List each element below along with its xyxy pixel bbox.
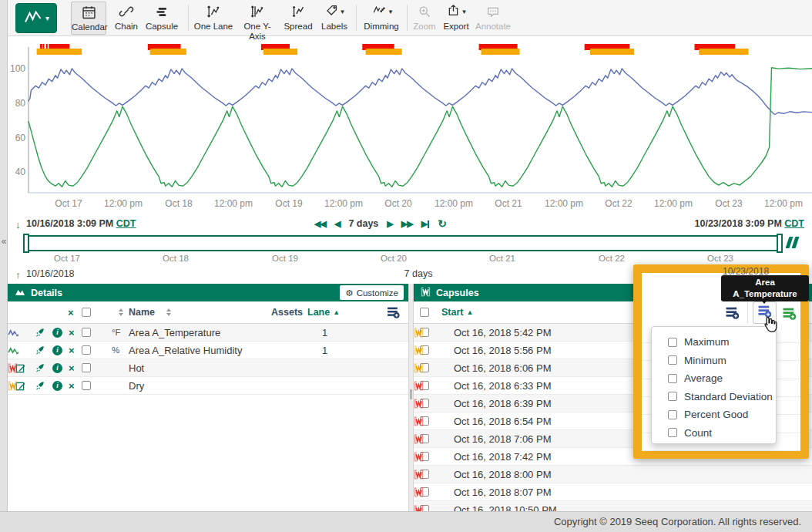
details-row[interactable]: i × % Area A_Relative Humidity 1 xyxy=(8,342,408,359)
item-checkbox[interactable] xyxy=(668,428,677,437)
splitter-grip xyxy=(410,389,412,399)
range-selector-tick-label: Oct 22 xyxy=(585,254,639,263)
gears-icon: ⚙ xyxy=(345,288,353,298)
display-range-end[interactable]: 10/23/2018 3:09 PM CDT xyxy=(632,218,804,229)
copyright-text: Copyright © 2019 Seeq Corporation. All r… xyxy=(554,516,801,527)
item-checkbox[interactable] xyxy=(668,392,677,401)
trend-view-selector-button[interactable]: ▾ xyxy=(15,3,57,33)
row-checkbox[interactable] xyxy=(82,324,91,341)
item-checkbox[interactable] xyxy=(668,410,677,419)
info-icon[interactable]: i xyxy=(52,324,62,341)
add-property-column-icon[interactable] xyxy=(782,307,797,323)
remove-icon[interactable]: × xyxy=(69,324,75,341)
asset-swap-rocket-icon[interactable] xyxy=(35,377,45,394)
remove-icon[interactable]: × xyxy=(69,359,75,376)
timezone-link[interactable]: CDT xyxy=(116,218,136,229)
annotate-bubble-icon xyxy=(475,2,512,22)
dropdown-item[interactable]: Average xyxy=(652,369,776,388)
step-forward-icon[interactable]: ▶ xyxy=(387,219,392,229)
remove-icon[interactable]: × xyxy=(69,377,75,394)
toolbar-button-calendar[interactable]: Calendar xyxy=(71,2,106,35)
item-name: Dry xyxy=(129,377,144,394)
row-checkbox[interactable] xyxy=(82,342,91,359)
toolbar-button-capsule[interactable]: Capsule xyxy=(143,2,180,35)
toolbar-button-one-lane[interactable]: One Lane xyxy=(193,2,233,35)
capsules-icon xyxy=(421,287,431,299)
toolbar-button-zoom: Zoom xyxy=(413,2,436,35)
column-header-name[interactable]: Name xyxy=(129,301,155,323)
range-selector-left-handle[interactable] xyxy=(23,234,29,253)
column-header-start[interactable]: Start▲ xyxy=(441,301,473,323)
refresh-icon[interactable]: ↻ xyxy=(438,217,447,230)
info-icon[interactable]: i xyxy=(52,342,62,359)
statistics-dropdown: Maximum Minimum Average Standard Deviati… xyxy=(651,326,777,444)
details-row[interactable]: i × Dry xyxy=(8,377,408,395)
asset-swap-rocket-icon[interactable] xyxy=(35,359,45,376)
sort-icon[interactable] xyxy=(164,301,173,323)
remove-icon[interactable]: × xyxy=(69,342,75,359)
row-checkbox[interactable] xyxy=(82,377,91,394)
display-range-start[interactable]: 10/16/2018 3:09 PM CDT xyxy=(26,218,136,229)
dropdown-item[interactable]: Maximum xyxy=(652,333,776,352)
dropdown-item[interactable]: Count xyxy=(652,424,776,443)
capsule-start-time: Oct 16, 2018 7:06 PM xyxy=(454,430,551,447)
investigate-start-date[interactable]: 10/16/2018 xyxy=(26,268,75,279)
range-selector-tick-label: Oct 21 xyxy=(475,254,529,263)
range-selector-right-handle[interactable] xyxy=(777,234,783,253)
toolbar-button-chain[interactable]: Chain xyxy=(112,2,140,35)
x-axis-tick-label: 12:00 pm xyxy=(533,198,595,209)
toolbar-button-export[interactable]: ▾ Export xyxy=(439,2,473,35)
auto-update-icon[interactable] xyxy=(787,237,797,248)
capsule-row[interactable]: Oct 16, 2018 8:07 PM xyxy=(414,483,812,501)
row-checkbox[interactable] xyxy=(82,359,91,376)
select-all-checkbox[interactable] xyxy=(82,301,91,323)
add-column-icon[interactable] xyxy=(387,301,400,323)
item-checkbox[interactable] xyxy=(668,374,677,383)
collapse-panel-icon[interactable]: « xyxy=(0,236,8,247)
sort-asc-icon: ▲ xyxy=(466,308,473,316)
fast-backward-icon[interactable]: ◀◀ xyxy=(314,219,326,229)
caret-down-icon: ▾ xyxy=(389,8,393,15)
toolbar-button-dimming[interactable]: ▾ Dimming xyxy=(361,2,401,35)
lane-value xyxy=(307,359,342,376)
dropdown-item[interactable]: Standard Deviation xyxy=(652,388,776,406)
asset-swap-rocket-icon[interactable] xyxy=(35,342,45,359)
capsule-row[interactable]: Oct 16, 2018 8:00 PM xyxy=(414,466,812,483)
item-checkbox[interactable] xyxy=(668,355,677,365)
range-selector-tick-label: Oct 17 xyxy=(40,254,94,263)
add-stats-column-icon[interactable] xyxy=(725,306,740,322)
select-all-checkbox[interactable] xyxy=(420,301,429,323)
details-row[interactable]: i × °F Area A_Temperature 1 xyxy=(8,324,408,342)
capsule-row[interactable]: Oct 16, 2018 10:50 PM xyxy=(414,501,812,511)
column-header-lane[interactable]: Lane▲ xyxy=(307,301,340,323)
trend-chart[interactable] xyxy=(8,36,812,216)
range-selector-bar[interactable] xyxy=(25,235,781,251)
info-icon[interactable]: i xyxy=(52,359,62,376)
capsule-icon xyxy=(414,412,424,429)
timezone-link[interactable]: CDT xyxy=(784,218,804,229)
remove-all-icon[interactable]: × xyxy=(68,301,74,323)
unit-label: % xyxy=(112,342,119,359)
column-header-assets[interactable]: Assets xyxy=(262,301,303,323)
customize-button[interactable]: ⚙ Customize xyxy=(340,285,404,300)
sort-icon[interactable] xyxy=(116,301,126,323)
step-to-end-icon[interactable]: ▶ xyxy=(421,219,429,229)
fast-forward-icon[interactable]: ▶▶ xyxy=(401,219,413,229)
toolbar-button-labels[interactable]: ▾ Labels xyxy=(317,2,351,35)
x-axis-tick-label: Oct 17 xyxy=(38,198,99,209)
toolbar-button-spread[interactable]: Spread xyxy=(281,2,315,35)
info-icon[interactable]: i xyxy=(52,377,62,394)
asset-swap-rocket-icon[interactable] xyxy=(35,324,45,341)
step-backward-icon[interactable]: ◀ xyxy=(334,219,340,229)
dropdown-item[interactable]: Minimum xyxy=(652,352,776,370)
toolbar-button-one-y-axis[interactable]: One Y-Axis xyxy=(236,2,279,35)
capsule-icon xyxy=(414,324,424,341)
details-row[interactable]: i × Hot xyxy=(8,359,408,377)
duration-label[interactable]: 7 days xyxy=(348,218,378,229)
export-icon xyxy=(446,3,461,21)
item-checkbox[interactable] xyxy=(668,338,677,347)
details-panel-header: Details ⚙ Customize xyxy=(8,284,408,301)
investigate-duration: 7 days xyxy=(385,268,451,279)
dropdown-item[interactable]: Percent Good xyxy=(652,406,776,424)
panel-splitter[interactable] xyxy=(408,284,414,511)
